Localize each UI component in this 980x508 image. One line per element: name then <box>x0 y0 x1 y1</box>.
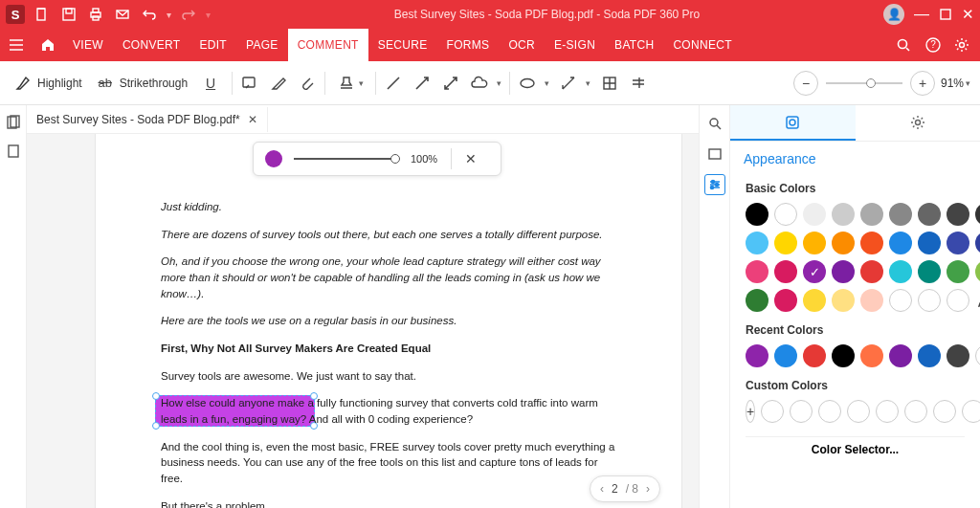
color-swatch[interactable] <box>832 289 855 312</box>
options-icon[interactable] <box>704 174 725 195</box>
settings-icon[interactable] <box>953 36 970 54</box>
account-avatar[interactable]: 👤 <box>883 4 904 25</box>
app-logo[interactable]: S <box>6 5 25 24</box>
fit-page-icon[interactable] <box>704 144 725 165</box>
minimize-icon[interactable]: — <box>914 6 929 23</box>
cloud-icon[interactable] <box>470 74 489 93</box>
eyedropper-icon[interactable] <box>975 289 980 312</box>
line-icon[interactable] <box>384 74 403 93</box>
ellipse-icon[interactable] <box>518 74 537 93</box>
color-swatch[interactable] <box>947 344 969 367</box>
redo-icon[interactable] <box>179 5 198 24</box>
color-swatch[interactable] <box>774 289 797 312</box>
document-tab[interactable]: Best Survey Sites - Soda PDF Blog.pdf* ✕ <box>27 107 268 132</box>
new-icon[interactable] <box>33 5 52 24</box>
color-selector-button[interactable]: Color Selector... <box>746 436 965 460</box>
tab-connect[interactable]: CONNECT <box>663 29 741 61</box>
settings-tab[interactable] <box>856 105 981 141</box>
tab-secure[interactable]: SECURE <box>368 29 437 61</box>
color-swatch[interactable] <box>746 260 768 283</box>
color-swatch[interactable] <box>975 344 980 367</box>
zoom-more[interactable]: ▾ <box>966 78 970 88</box>
tab-e-sign[interactable]: E-SIGN <box>545 29 605 61</box>
color-swatch[interactable] <box>774 232 797 254</box>
add-custom-color[interactable]: + <box>746 400 755 423</box>
prev-page-icon[interactable]: ‹ <box>600 482 604 496</box>
selected-color-swatch[interactable] <box>265 150 282 167</box>
color-swatch[interactable] <box>860 289 883 312</box>
custom-color-slot[interactable] <box>933 400 956 423</box>
color-swatch[interactable] <box>918 289 941 312</box>
color-swatch[interactable] <box>889 260 912 283</box>
area-blackout-icon[interactable] <box>600 74 619 93</box>
appearance-tab[interactable] <box>730 105 856 141</box>
color-swatch[interactable] <box>918 260 941 283</box>
print-icon[interactable] <box>86 5 105 24</box>
undo-icon[interactable] <box>140 5 159 24</box>
color-swatch[interactable] <box>918 232 941 254</box>
color-swatch[interactable] <box>918 344 941 367</box>
attach-icon[interactable] <box>298 74 317 93</box>
custom-color-slot[interactable] <box>904 400 927 423</box>
highlight-tool[interactable]: Highlight <box>10 70 86 97</box>
color-swatch[interactable] <box>832 344 855 367</box>
tab-batch[interactable]: BATCH <box>605 29 663 61</box>
whiteout-icon[interactable] <box>629 74 648 93</box>
help-icon[interactable]: ? <box>924 36 942 54</box>
color-swatch[interactable] <box>947 232 969 254</box>
zoom-in-button[interactable]: + <box>910 71 935 96</box>
color-swatch[interactable] <box>832 260 855 283</box>
mail-icon[interactable] <box>113 5 132 24</box>
color-swatch[interactable] <box>774 260 797 283</box>
stamp-tool[interactable]: ▾ <box>333 70 368 97</box>
bookmarks-icon[interactable] <box>4 142 23 161</box>
color-swatch[interactable] <box>947 203 969 226</box>
custom-color-slot[interactable] <box>876 400 899 423</box>
home-icon[interactable] <box>33 36 63 54</box>
color-swatch[interactable] <box>746 232 768 254</box>
tab-page[interactable]: PAGE <box>236 29 288 61</box>
double-arrow-icon[interactable] <box>441 74 460 93</box>
color-swatch[interactable] <box>774 344 797 367</box>
color-swatch[interactable] <box>975 260 980 283</box>
color-swatch[interactable] <box>803 232 826 254</box>
find-icon[interactable] <box>704 113 725 134</box>
color-swatch[interactable] <box>803 344 826 367</box>
tab-convert[interactable]: CONVERT <box>113 29 190 61</box>
zoom-slider[interactable] <box>826 82 902 84</box>
custom-color-slot[interactable] <box>818 400 841 423</box>
close-tab-icon[interactable]: ✕ <box>248 113 257 126</box>
save-icon[interactable] <box>59 5 78 24</box>
color-swatch[interactable] <box>860 232 883 254</box>
color-swatch[interactable] <box>746 289 768 312</box>
page-number[interactable]: 2 <box>612 482 618 496</box>
maximize-icon[interactable] <box>939 8 952 21</box>
tab-forms[interactable]: FORMS <box>437 29 500 61</box>
color-swatch[interactable] <box>803 203 826 226</box>
opacity-slider[interactable] <box>294 158 399 160</box>
color-swatch[interactable] <box>889 232 912 254</box>
custom-color-slot[interactable] <box>761 400 784 423</box>
color-swatch[interactable] <box>803 289 826 312</box>
tab-ocr[interactable]: OCR <box>499 29 545 61</box>
color-swatch[interactable] <box>947 260 969 283</box>
tab-edit[interactable]: EDIT <box>189 29 236 61</box>
color-swatch[interactable] <box>832 203 855 226</box>
note-icon[interactable] <box>240 74 259 93</box>
custom-color-slot[interactable] <box>962 400 980 423</box>
color-swatch[interactable] <box>860 260 883 283</box>
color-swatch[interactable] <box>860 203 883 226</box>
color-swatch[interactable] <box>860 344 883 367</box>
color-swatch[interactable] <box>918 203 941 226</box>
thumbnails-icon[interactable] <box>4 113 23 132</box>
search-icon[interactable] <box>894 35 913 55</box>
zoom-out-button[interactable]: − <box>793 71 818 96</box>
custom-color-slot[interactable] <box>790 400 813 423</box>
arrow-line-icon[interactable] <box>412 74 432 93</box>
strikethrough-tool[interactable]: ab Strikethrough <box>92 70 191 97</box>
color-swatch[interactable] <box>947 289 969 312</box>
color-swatch[interactable] <box>889 344 912 367</box>
color-swatch[interactable] <box>746 203 768 226</box>
tab-comment[interactable]: COMMENT <box>288 29 368 61</box>
close-icon[interactable]: ✕ <box>962 6 974 23</box>
